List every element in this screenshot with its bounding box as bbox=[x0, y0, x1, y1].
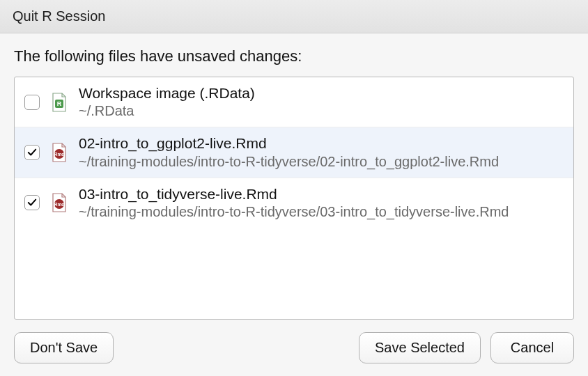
dialog-title: Quit R Session bbox=[13, 8, 105, 24]
file-row[interactable]: RWorkspace image (.RData)~/.RData bbox=[15, 77, 573, 127]
rmd-file-icon: Rmd bbox=[49, 141, 69, 164]
file-path: ~/training-modules/intro-to-R-tidyverse/… bbox=[79, 153, 564, 171]
file-row[interactable]: Rmd03-intro_to_tidyverse-live.Rmd~/train… bbox=[15, 178, 573, 228]
file-checkbox[interactable] bbox=[24, 145, 40, 160]
button-row: Don't Save Save Selected Cancel bbox=[14, 332, 574, 363]
file-row[interactable]: Rmd02-intro_to_ggplot2-live.Rmd~/trainin… bbox=[15, 127, 573, 178]
file-checkbox[interactable] bbox=[24, 95, 40, 110]
svg-text:R: R bbox=[57, 100, 62, 107]
dialog-content: The following files have unsaved changes… bbox=[0, 33, 588, 376]
file-name: 02-intro_to_ggplot2-live.Rmd bbox=[79, 134, 564, 152]
svg-text:Rmd: Rmd bbox=[54, 202, 64, 207]
save-selected-button[interactable]: Save Selected bbox=[359, 332, 481, 363]
file-name: Workspace image (.RData) bbox=[79, 84, 564, 102]
file-name: 03-intro_to_tidyverse-live.Rmd bbox=[79, 185, 564, 203]
dont-save-button[interactable]: Don't Save bbox=[14, 332, 114, 363]
checkmark-icon bbox=[27, 148, 37, 157]
dialog-prompt: The following files have unsaved changes… bbox=[14, 47, 574, 65]
file-path: ~/.RData bbox=[79, 102, 564, 120]
file-checkbox[interactable] bbox=[24, 195, 40, 210]
rdata-file-icon: R bbox=[49, 91, 69, 113]
dialog-titlebar: Quit R Session bbox=[0, 0, 588, 33]
file-text: 02-intro_to_ggplot2-live.Rmd~/training-m… bbox=[79, 134, 564, 170]
rmd-file-icon: Rmd bbox=[49, 191, 69, 214]
file-path: ~/training-modules/intro-to-R-tidyverse/… bbox=[79, 203, 564, 221]
file-list: RWorkspace image (.RData)~/.RDataRmd02-i… bbox=[14, 77, 574, 320]
svg-text:Rmd: Rmd bbox=[54, 152, 64, 157]
cancel-button[interactable]: Cancel bbox=[490, 332, 574, 363]
file-text: 03-intro_to_tidyverse-live.Rmd~/training… bbox=[79, 185, 564, 221]
checkmark-icon bbox=[27, 198, 37, 207]
file-text: Workspace image (.RData)~/.RData bbox=[79, 84, 564, 120]
